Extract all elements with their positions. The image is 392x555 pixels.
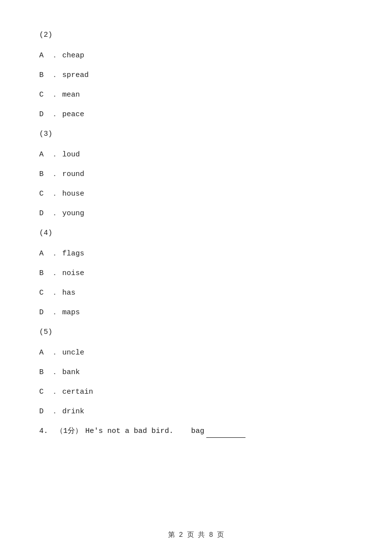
question-4-number: 4. — [39, 426, 54, 437]
section-2-option-c: C ． mean — [39, 89, 353, 101]
option-d-text: peace — [62, 109, 84, 121]
section-3-option-a: A ． loud — [39, 149, 353, 161]
option-c-letter: C — [39, 386, 49, 398]
section-3-option-d: D ． young — [39, 208, 353, 220]
option-a-text: flags — [62, 248, 84, 260]
option-d-text: drink — [62, 406, 84, 418]
section-4: (4) A ． flags B ． noise C ． has D ． maps — [39, 227, 353, 319]
option-c-text: house — [62, 188, 84, 200]
option-a-letter: A — [39, 347, 49, 359]
option-a-letter: A — [39, 248, 49, 260]
section-3-option-c: C ． house — [39, 188, 353, 200]
section-2-label: (2) — [39, 29, 353, 41]
section-4-option-b: B ． noise — [39, 268, 353, 279]
footer-text: 第 2 页 共 8 页 — [168, 531, 224, 539]
section-5-option-c: C ． certain — [39, 386, 353, 398]
section-3-option-b: B ． round — [39, 169, 353, 180]
section-2: (2) A ． cheap B ． spread C ． mean D ． pe… — [39, 29, 353, 121]
question-4-blank-label: bag — [173, 426, 204, 437]
option-a-text: uncle — [62, 347, 84, 359]
option-b-text: round — [62, 169, 84, 180]
option-b-text: bank — [62, 367, 80, 378]
option-c-letter: C — [39, 287, 49, 299]
question-4-score: （1分） — [56, 426, 82, 437]
option-a-letter: A — [39, 50, 49, 62]
section-5: (5) A ． uncle B ． bank C ． certain D ． d… — [39, 327, 353, 418]
option-d-text: young — [62, 208, 84, 220]
section-2-option-d: D ． peace — [39, 109, 353, 121]
section-5-option-d: D ． drink — [39, 406, 353, 418]
option-a-text: loud — [62, 149, 80, 161]
page-footer: 第 2 页 共 8 页 — [0, 530, 392, 540]
option-c-text: mean — [62, 89, 80, 101]
option-d-letter: D — [39, 208, 49, 220]
option-a-letter: A — [39, 149, 49, 161]
section-5-label: (5) — [39, 327, 353, 338]
question-4-fill-blank — [206, 426, 245, 438]
option-c-letter: C — [39, 89, 49, 101]
section-3: (3) A ． loud B ． round C ． house D ． you… — [39, 128, 353, 220]
question-4-row: 4. （1分） He's not a bad bird. bag — [39, 426, 353, 438]
option-b-letter: B — [39, 169, 49, 180]
section-5-option-b: B ． bank — [39, 367, 353, 378]
option-b-letter: B — [39, 70, 49, 81]
option-b-letter: B — [39, 367, 49, 378]
section-4-label: (4) — [39, 227, 353, 239]
option-b-text: noise — [62, 268, 84, 279]
section-4-option-a: A ． flags — [39, 248, 353, 260]
option-b-letter: B — [39, 268, 49, 279]
option-c-text: has — [62, 287, 75, 299]
option-a-text: cheap — [62, 50, 84, 62]
option-c-letter: C — [39, 188, 49, 200]
option-d-letter: D — [39, 406, 49, 418]
section-3-label: (3) — [39, 128, 353, 140]
section-4-option-c: C ． has — [39, 287, 353, 299]
option-b-text: spread — [62, 70, 89, 81]
option-d-letter: D — [39, 307, 49, 319]
section-4-option-d: D ． maps — [39, 307, 353, 319]
page-container: (2) A ． cheap B ． spread C ． mean D ． pe… — [0, 0, 392, 555]
section-2-option-a: A ． cheap — [39, 50, 353, 62]
option-c-text: certain — [62, 386, 93, 398]
option-d-text: maps — [62, 307, 80, 319]
section-5-option-a: A ． uncle — [39, 347, 353, 359]
section-2-option-b: B ． spread — [39, 70, 353, 81]
question-4-text: He's not a bad bird. — [85, 426, 173, 437]
option-d-letter: D — [39, 109, 49, 121]
